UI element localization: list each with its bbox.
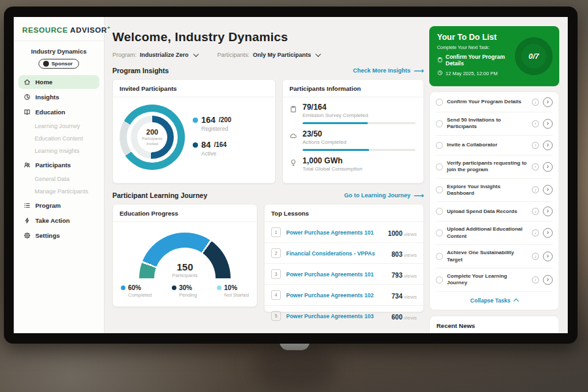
info-icon: i [532,163,539,171]
task-chevron-button[interactable]: › [543,275,553,285]
invited-participants-donut: 200 Participants Invited [120,105,185,170]
program-filter[interactable]: Program: Industrialize Zero [112,52,198,58]
task-item[interactable]: Send 50 Invitations to Participants i › [436,112,553,136]
legend-dot [121,286,125,290]
sidebar-item-manage-participants[interactable]: Manage Participants [18,186,99,197]
task-label: Explore Your Insights Dashboard [447,184,528,197]
sidebar-item-label: Education Content [35,135,83,142]
task-label: Upload Spend Data Records [447,208,528,215]
brand-part-1: RESOURCE [22,26,68,34]
link-label: Go to Learning Journey [344,192,411,199]
sidebar-item-insights[interactable]: Insights [18,90,99,104]
sidebar-item-settings[interactable]: Settings [18,229,99,242]
sidebar-item-education-content[interactable]: Education Content [18,133,99,144]
chevron-down-icon [193,51,198,56]
lesson-link[interactable]: Financial Considerations - VPPAs [286,250,391,257]
todo-due-date: 12 May 2025, 12:00 PM [446,71,498,76]
sidebar-item-program[interactable]: Program [18,199,99,212]
education-progress-gauge: 150 Participants [139,233,231,278]
card-title: Participants Information [283,80,423,97]
sidebar-item-participants[interactable]: Participants [18,158,99,172]
filter-label: Program: [112,52,137,58]
info-icon: i [532,208,539,215]
sponsor-label: Sponsor [52,61,73,67]
lesson-link[interactable]: Power Purchase Agreements 102 [286,292,391,299]
task-checkbox[interactable] [436,186,443,193]
sidebar-item-home[interactable]: Home [18,75,99,89]
sidebar-program-name: Industry Dynamics [14,48,104,55]
task-item[interactable]: Invite a Collaborator i › [436,136,553,155]
task-chevron-button[interactable]: › [543,162,553,172]
stat-actions-completed: 23/50 Actions Completed [283,124,423,145]
sidebar-item-education[interactable]: Education [18,105,99,119]
lesson-row: 5 Power Purchase Agreements 103 600views [265,306,423,326]
info-icon: i [532,253,539,260]
legend-item-registered: 164/200 Registered [193,115,231,132]
task-item[interactable]: Verify participants requesting to join t… [436,155,553,179]
sidebar-item-label: General Data [35,176,70,182]
task-item[interactable]: Confirm Your Program Details i › [436,93,553,112]
task-label: Send 50 Invitations to Participants [447,117,528,131]
go-to-learning-journey-link[interactable]: Go to Learning Journey⟶ [344,192,424,199]
card-title: Education Progress [113,204,257,222]
task-chevron-button[interactable]: › [543,119,553,129]
chevron-down-icon [316,51,321,56]
survey-icon [289,104,297,112]
task-checkbox[interactable] [436,253,443,260]
task-checkbox[interactable] [436,163,443,171]
lesson-rank: 4 [271,290,281,300]
task-chevron-button[interactable]: › [543,185,553,195]
task-item[interactable]: Complete Your Learning Journey i › [436,269,553,292]
task-checkbox[interactable] [436,208,443,215]
task-chevron-button[interactable]: › [543,206,553,216]
sidebar-item-label: Insights [35,93,59,101]
sidebar-item-take-action[interactable]: Take Action [18,214,99,227]
task-checkbox[interactable] [436,142,443,149]
sponsor-badge[interactable]: Sponsor [39,59,79,69]
task-checkbox[interactable] [436,120,443,127]
legend-label: Registered [201,125,231,132]
task-chevron-button[interactable]: › [543,228,553,238]
task-checkbox[interactable] [436,99,443,106]
filter-value: Only My Participants [253,52,311,58]
task-chevron-button[interactable]: › [543,252,553,261]
legend-item-not-started: 10% Not Started [217,284,249,298]
info-icon: i [532,229,539,237]
arrow-right-icon: ⟶ [414,67,424,74]
lesson-link[interactable]: Power Purchase Agreements 101 [286,229,388,236]
stat-value: 1,000 GWh [302,156,363,165]
task-label: Verify participants requesting to join t… [447,160,528,174]
lesson-link[interactable]: Power Purchase Agreements 101 [286,271,391,278]
lesson-views-suffix: views [404,315,417,321]
sidebar-item-learning-journey[interactable]: Learning Journey [18,120,99,132]
donut-legend: 164/200 Registered 84/164 Active [193,110,231,165]
task-item[interactable]: Upload Additional Educational Content i … [436,221,553,245]
task-checkbox[interactable] [436,229,443,237]
todo-next-task: Confirm Your Program Details [446,54,511,67]
program-icon [24,202,31,209]
participants-filter[interactable]: Participants: Only My Participants [218,52,321,58]
sidebar-item-label: Settings [35,232,59,239]
task-checkbox[interactable] [436,276,443,284]
lesson-link[interactable]: Power Purchase Agreements 103 [286,313,391,319]
task-item[interactable]: Upload Spend Data Records i › [436,202,553,221]
lesson-views-suffix: views [404,294,417,300]
task-chevron-button[interactable]: › [543,97,553,107]
task-label: Invite a Collaborator [447,142,528,148]
task-item[interactable]: Achieve One Sustainability Target i › [436,245,553,269]
sidebar-item-general-data[interactable]: General Data [18,173,99,185]
legend-value: 164 [201,115,216,125]
legend-total: /164 [214,141,226,148]
task-item[interactable]: Explore Your Insights Dashboard i › [436,179,553,203]
lesson-views: 1000 [388,230,402,237]
stat-total-consumption: 1,000 GWh Total Global Consumption [283,151,423,172]
sidebar-item-learning-insights[interactable]: Learning Insights [18,145,99,157]
todo-counter: 0/7 [529,52,539,60]
sidebar-nav: Home Insights Education Learning Journey… [14,75,104,242]
collapse-tasks-link[interactable]: Collapse Tasks [436,292,553,309]
task-chevron-button[interactable]: › [543,140,553,150]
settings-icon [24,232,31,239]
education-icon [24,108,31,116]
check-more-insights-link[interactable]: Check More Insights⟶ [353,67,424,74]
lesson-views-suffix: views [404,252,417,258]
